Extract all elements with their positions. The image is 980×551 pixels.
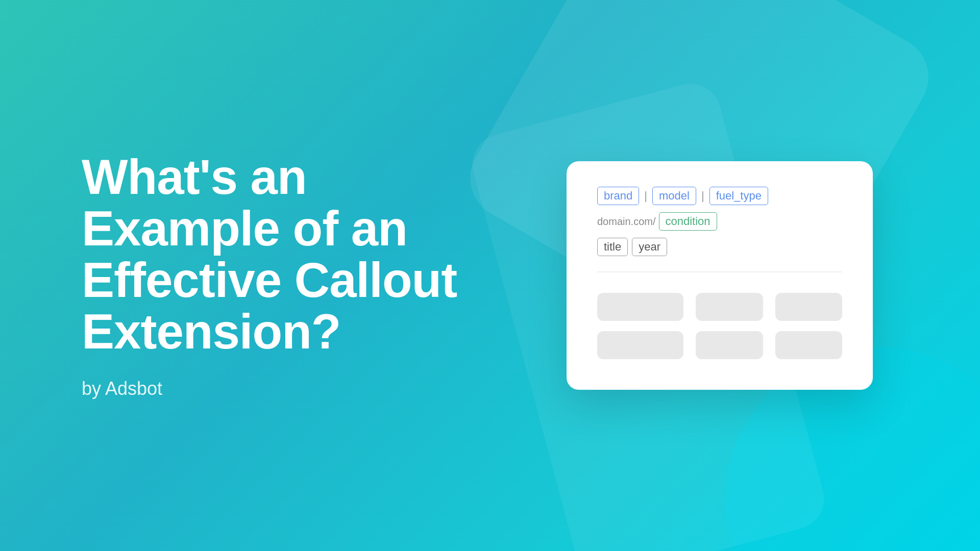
skeleton-section (597, 293, 842, 359)
card-divider (597, 271, 842, 272)
title-row: title year (597, 238, 842, 256)
author-label: by Adsbot (82, 378, 162, 399)
demo-card: brand | model | fuel_type domain.com/ co… (567, 161, 873, 390)
brand-tag: brand (597, 187, 639, 205)
model-tag: model (652, 187, 696, 205)
left-panel: What's an Example of an Effective Callou… (82, 152, 500, 399)
author-text: by Adsbot (82, 378, 500, 399)
skeleton-block-2 (696, 293, 763, 321)
skeleton-block-1 (597, 293, 683, 321)
skeleton-block-5 (696, 331, 763, 359)
domain-text: domain.com/ (597, 216, 656, 228)
title-line-1: What's an Example of an (82, 149, 407, 256)
title-tag: title (597, 238, 628, 256)
title-line-3: Extension? (82, 304, 340, 359)
separator-2: | (699, 189, 706, 203)
skeleton-block-3 (775, 293, 842, 321)
page-content: What's an Example of an Effective Callou… (0, 0, 980, 551)
right-panel: brand | model | fuel_type domain.com/ co… (541, 161, 898, 390)
page-title: What's an Example of an Effective Callou… (82, 152, 500, 357)
condition-tag: condition (659, 212, 717, 231)
skeleton-row-1 (597, 293, 842, 321)
domain-line: domain.com/ condition (597, 212, 842, 231)
separator-1: | (642, 189, 649, 203)
card-top-section: brand | model | fuel_type domain.com/ co… (597, 187, 842, 256)
skeleton-block-4 (597, 331, 683, 359)
skeleton-block-6 (775, 331, 842, 359)
skeleton-row-2 (597, 331, 842, 359)
tags-line-1: brand | model | fuel_type (597, 187, 842, 205)
fuel-type-tag: fuel_type (709, 187, 768, 205)
title-line-2: Effective Callout (82, 253, 457, 307)
year-tag: year (632, 238, 667, 256)
